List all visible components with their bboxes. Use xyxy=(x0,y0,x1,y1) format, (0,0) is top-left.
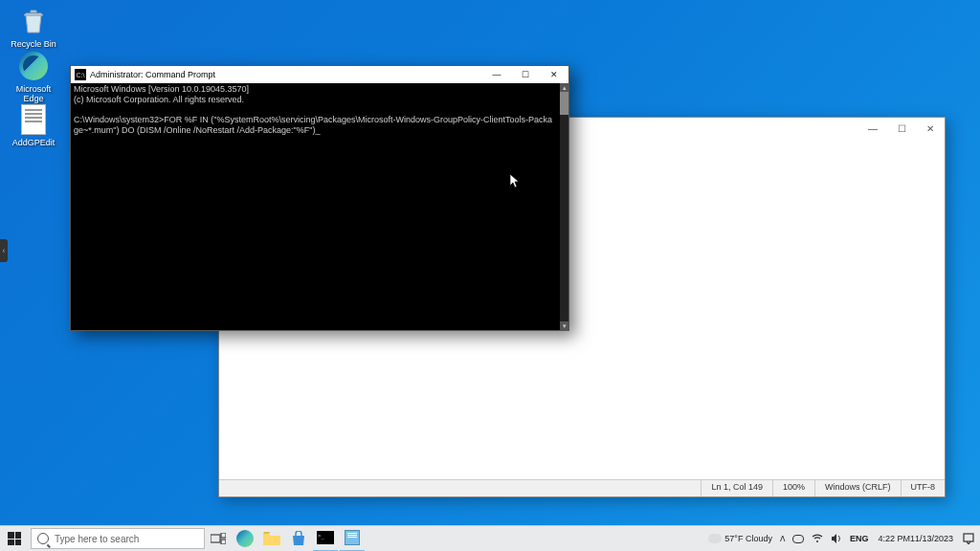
tray-clock[interactable]: 4:22 PM 11/13/2023 xyxy=(872,526,959,552)
svg-rect-4 xyxy=(964,534,973,541)
desktop-icon-label: Microsoft Edge xyxy=(5,85,62,104)
svg-rect-0 xyxy=(211,535,220,542)
system-tray: 57°F Cloudy ᐱ ENG 4:22 PM 11/13/2023 xyxy=(704,526,980,552)
scroll-up-button[interactable]: ▴ xyxy=(560,83,568,92)
edge-icon xyxy=(236,530,254,547)
cmd-icon: C:\ xyxy=(75,69,86,80)
taskbar-edge[interactable] xyxy=(233,526,257,552)
edge-icon xyxy=(17,50,50,82)
onedrive-icon xyxy=(792,535,804,543)
wifi-icon xyxy=(812,533,823,544)
desktop-icon-label: AddGPEdit xyxy=(5,139,62,148)
maximize-button[interactable]: ☐ xyxy=(887,118,916,139)
desktop-icon-edge[interactable]: Microsoft Edge xyxy=(5,50,62,104)
weather-temp: 57°F xyxy=(724,534,743,543)
status-encoding: UTF-8 xyxy=(901,480,946,496)
cmd-window[interactable]: C:\ Administrator: Command Prompt — ☐ ✕ … xyxy=(70,65,569,331)
tray-overflow-button[interactable]: ᐱ xyxy=(776,526,789,552)
clock-date: 11/13/2023 xyxy=(910,535,953,543)
svg-rect-2 xyxy=(221,540,226,544)
cmd-line: (c) Microsoft Corporation. All rights re… xyxy=(74,95,244,104)
textfile-icon xyxy=(17,103,50,136)
status-line-ending: Windows (CRLF) xyxy=(814,480,901,496)
close-button[interactable]: ✕ xyxy=(540,66,568,83)
task-view-button[interactable] xyxy=(206,526,231,552)
taskbar-store[interactable] xyxy=(286,526,311,552)
tray-network[interactable] xyxy=(808,526,827,552)
taskbar-search[interactable]: Type here to search xyxy=(31,528,205,549)
tray-onedrive[interactable] xyxy=(789,526,808,552)
cmd-content-area[interactable]: Microsoft Windows [Version 10.0.19045.35… xyxy=(71,83,560,330)
start-button[interactable] xyxy=(0,526,29,552)
tray-language[interactable]: ENG xyxy=(846,526,873,552)
weather-condition: Cloudy xyxy=(746,534,772,543)
side-panel-tab[interactable]: ‹ xyxy=(0,239,8,262)
cmd-title: Administrator: Command Prompt xyxy=(90,70,482,79)
tray-notifications[interactable] xyxy=(959,526,978,552)
minimize-button[interactable]: — xyxy=(482,66,511,83)
cmd-line: C:\Windows\system32>FOR %F IN ("%SystemR… xyxy=(74,115,552,135)
notepad-icon xyxy=(345,530,360,545)
tray-volume[interactable] xyxy=(827,526,846,552)
taskbar-cmd[interactable]: >_ xyxy=(313,526,338,552)
cmd-scrollbar[interactable]: ▴ ▾ xyxy=(560,83,568,330)
recycle-bin-icon xyxy=(17,5,50,37)
desktop-icon-label: Recycle Bin xyxy=(5,40,62,50)
cloud-icon xyxy=(708,534,722,543)
taskbar-notepad[interactable] xyxy=(340,526,365,552)
desktop-icon-textfile[interactable]: AddGPEdit xyxy=(5,103,62,148)
speaker-icon xyxy=(831,533,842,544)
windows-logo-icon xyxy=(8,532,21,545)
notepad-statusbar: Ln 1, Col 149 100% Windows (CRLF) UTF-8 xyxy=(219,479,945,496)
taskbar: Type here to search >_ 57°F Cloudy ᐱ ENG… xyxy=(0,525,980,551)
close-button[interactable]: ✕ xyxy=(916,118,945,139)
cmd-icon: >_ xyxy=(317,531,334,544)
scroll-thumb[interactable] xyxy=(560,92,568,115)
notification-icon xyxy=(963,533,974,544)
status-zoom: 100% xyxy=(772,480,814,496)
status-cursor-pos: Ln 1, Col 149 xyxy=(701,480,772,496)
maximize-button[interactable]: ☐ xyxy=(511,66,540,83)
svg-rect-1 xyxy=(221,533,226,538)
weather-widget[interactable]: 57°F Cloudy xyxy=(704,526,776,552)
search-icon xyxy=(37,533,49,544)
cmd-titlebar[interactable]: C:\ Administrator: Command Prompt — ☐ ✕ xyxy=(71,66,568,83)
clock-time: 4:22 PM xyxy=(878,535,910,543)
minimize-button[interactable]: — xyxy=(858,118,887,139)
taskbar-file-explorer[interactable] xyxy=(259,526,284,552)
desktop-icon-recycle-bin[interactable]: Recycle Bin xyxy=(5,5,62,50)
svg-point-3 xyxy=(816,540,818,542)
search-placeholder: Type here to search xyxy=(55,534,139,544)
cmd-line: Microsoft Windows [Version 10.0.19045.35… xyxy=(74,84,249,94)
scroll-down-button[interactable]: ▾ xyxy=(560,321,568,330)
